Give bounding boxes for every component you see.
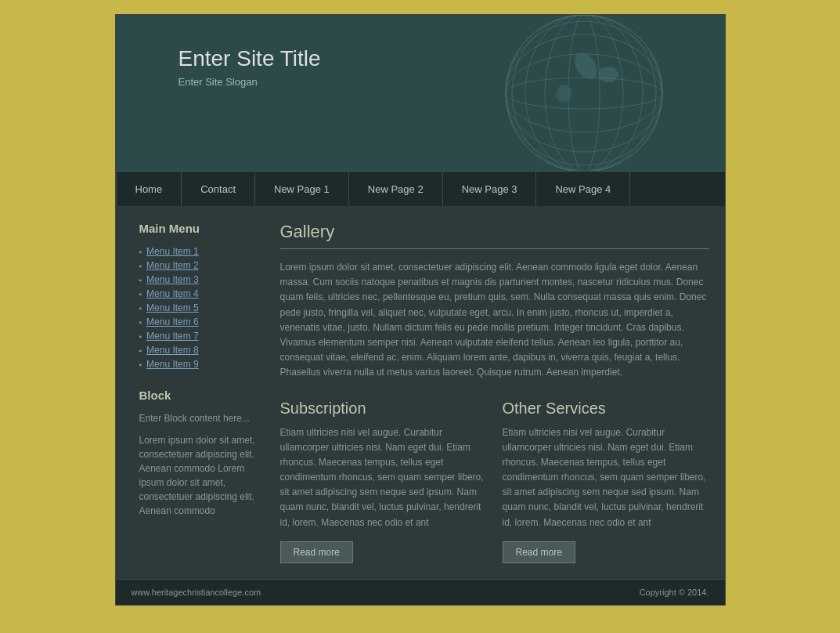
svg-point-7 <box>525 15 643 172</box>
svg-point-0 <box>506 15 662 172</box>
footer-copyright: Copyright © 2014. <box>640 588 709 597</box>
two-col-section: Subscription Etiam ultricies nisi vel au… <box>280 400 709 563</box>
nav-home[interactable]: Home <box>116 172 182 206</box>
subscription-read-more[interactable]: Read more <box>280 541 353 563</box>
sidebar: Main Menu Menu Item 1 Menu Item 2 Menu I… <box>116 222 272 563</box>
list-item: Menu Item 8 <box>139 345 257 356</box>
svg-point-1 <box>506 78 662 109</box>
content-wrapper: Main Menu Menu Item 1 Menu Item 2 Menu I… <box>116 206 725 579</box>
list-item: Menu Item 9 <box>139 359 257 370</box>
list-item: Menu Item 3 <box>139 274 257 285</box>
gallery-divider <box>280 248 709 249</box>
menu-item-8[interactable]: Menu Item 8 <box>146 345 199 356</box>
menu-item-4[interactable]: Menu Item 4 <box>146 288 199 299</box>
nav-contact[interactable]: Contact <box>182 172 255 206</box>
nav-page1[interactable]: New Page 1 <box>255 172 349 206</box>
subscription-text: Etiam ultricies nisi vel augue. Curabitu… <box>280 425 487 530</box>
menu-item-7[interactable]: Menu Item 7 <box>146 331 199 342</box>
site-title: Enter Site Title <box>178 46 321 71</box>
menu-item-5[interactable]: Menu Item 5 <box>146 302 199 313</box>
menu-item-3[interactable]: Menu Item 3 <box>146 274 199 285</box>
main-content: Gallery Lorem ipsum dolor sit amet, cons… <box>272 222 725 563</box>
footer: www.heritagechristiancollege.com Copyrig… <box>116 579 725 605</box>
sidebar-menu: Menu Item 1 Menu Item 2 Menu Item 3 Menu… <box>139 246 257 370</box>
header-text: Enter Site Title Enter Site Slogan <box>178 46 321 88</box>
subscription-col: Subscription Etiam ultricies nisi vel au… <box>280 400 487 563</box>
other-services-text: Etiam ultricies nisi vel augue. Curabitu… <box>503 425 709 530</box>
list-item: Menu Item 1 <box>139 246 257 257</box>
site-header: Enter Site Title Enter Site Slogan <box>116 15 725 172</box>
list-item: Menu Item 5 <box>139 302 257 313</box>
main-menu-title: Main Menu <box>139 222 257 235</box>
menu-item-1[interactable]: Menu Item 1 <box>146 246 199 257</box>
svg-point-5 <box>568 15 600 172</box>
nav-page2[interactable]: New Page 2 <box>349 172 443 206</box>
list-item: Menu Item 4 <box>139 288 257 299</box>
menu-item-6[interactable]: Menu Item 6 <box>146 316 199 327</box>
gallery-text: Lorem ipsum dolor sit amet, consectetuer… <box>280 260 709 381</box>
nav-bar: Home Contact New Page 1 New Page 2 New P… <box>116 172 725 206</box>
block-placeholder: Enter Block content here... <box>139 411 257 425</box>
list-item: Menu Item 2 <box>139 260 257 271</box>
menu-item-9[interactable]: Menu Item 9 <box>146 359 199 370</box>
other-services-col: Other Services Etiam ultricies nisi vel … <box>503 400 709 563</box>
nav-page4[interactable]: New Page 4 <box>536 172 630 206</box>
globe-decoration <box>427 15 678 172</box>
list-item: Menu Item 6 <box>139 316 257 327</box>
svg-point-3 <box>506 34 662 152</box>
other-services-title: Other Services <box>503 400 709 418</box>
nav-page3[interactable]: New Page 3 <box>443 172 537 206</box>
outer-wrapper: Enter Site Title Enter Site Slogan <box>115 14 726 606</box>
gallery-title: Gallery <box>280 222 709 242</box>
footer-website: www.heritagechristiancollege.com <box>132 588 261 597</box>
other-services-read-more[interactable]: Read more <box>503 541 575 563</box>
subscription-title: Subscription <box>280 400 487 418</box>
block-title: Block <box>139 389 257 402</box>
block-lorem: Lorem ipsum dolor sit amet, consectetuer… <box>139 433 257 518</box>
menu-item-2[interactable]: Menu Item 2 <box>146 260 199 271</box>
list-item: Menu Item 7 <box>139 331 257 342</box>
site-slogan: Enter Site Slogan <box>178 76 321 88</box>
